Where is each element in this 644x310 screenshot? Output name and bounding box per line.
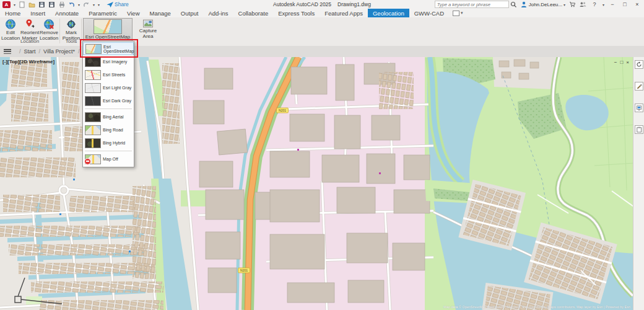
tab-insert[interactable]: Insert	[25, 9, 50, 17]
save-icon[interactable]	[38, 1, 45, 8]
title-bar: A ▾ ▾ ▾ ▾ Share Autodesk AutoCAD 2025Dra…	[0, 0, 644, 9]
maximize-button[interactable]: □	[620, 1, 629, 7]
bing-aerial-thumbnail-icon	[85, 112, 101, 122]
share-button[interactable]: Share	[107, 1, 129, 8]
map-option-esri-openstreetmap[interactable]: Esri OpenStreetMap	[83, 42, 134, 55]
viewport-restore-icon[interactable]: □	[620, 60, 623, 65]
tab-home[interactable]: Home	[0, 9, 25, 17]
tab-manage[interactable]: Manage	[145, 9, 176, 17]
panel-location: Edit Location Reorient Marker Remove Loc…	[1, 17, 58, 45]
display-button[interactable]	[635, 104, 643, 112]
collaborate-people-icon[interactable]	[580, 1, 586, 8]
viewport-minimize-icon[interactable]: −	[614, 60, 617, 65]
open-folder-icon[interactable]	[28, 1, 35, 8]
map-thumbnail-icon	[94, 19, 122, 34]
file-tab-menu-icon[interactable]	[4, 49, 11, 54]
tab-view[interactable]: View	[122, 9, 144, 17]
help-icon[interactable]: ?	[590, 1, 599, 7]
viewport-label[interactable]: [-][Top][2D Wireframe]	[2, 59, 54, 64]
viewport-window-controls: − □ ×	[614, 60, 629, 65]
map-option-esri-dark-gray[interactable]: Esri Dark Gray	[83, 94, 134, 107]
save-as-icon[interactable]	[48, 1, 55, 8]
redo-icon[interactable]	[83, 1, 90, 8]
map-off-thumbnail-icon	[85, 154, 101, 164]
marker-pin-icon	[24, 19, 35, 30]
esri-light-gray-thumbnail-icon	[85, 83, 101, 93]
panel-label-location: Location	[1, 38, 58, 44]
account-menu[interactable]: John.DeLeeu... ▾	[521, 1, 565, 8]
map-type-label: Esri OpenStreetMap	[85, 34, 130, 40]
tab-express-tools[interactable]: Express Tools	[273, 9, 320, 17]
tab-featured-apps[interactable]: Featured Apps	[320, 9, 368, 17]
capture-area-button[interactable]: Capture Area	[135, 18, 161, 40]
customize-qat-icon[interactable]: ▾	[98, 2, 100, 7]
undo-dropdown-icon[interactable]: ▾	[78, 2, 80, 7]
esri-imagery-thumbnail-icon	[85, 57, 101, 67]
capture-area-icon	[142, 19, 154, 28]
app-store-cart-icon[interactable]	[569, 1, 576, 8]
paper-plane-icon	[107, 1, 113, 8]
close-button[interactable]: ×	[633, 1, 642, 7]
file-tab-villa-project[interactable]: Villa Project*	[43, 48, 75, 55]
plot-icon[interactable]	[58, 1, 65, 8]
search-input[interactable]	[435, 1, 509, 8]
map-option-bing-hybrid[interactable]: Bing Hybrid	[83, 136, 134, 149]
tab-geolocation[interactable]: Geolocation	[368, 9, 409, 17]
map-option-bing-road[interactable]: Bing Road	[83, 123, 134, 136]
road-shield-n201-south: N201	[238, 268, 250, 273]
user-dropdown-icon: ▾	[564, 2, 565, 7]
user-name: John.DeLeeu...	[529, 2, 562, 7]
pencil-icon	[636, 83, 642, 89]
help-dropdown-icon[interactable]: ▾	[603, 2, 604, 7]
autocad-logo-icon[interactable]: A	[2, 1, 11, 8]
map-option-esri-light-gray[interactable]: Esri Light Gray	[83, 81, 134, 94]
menu-separator	[85, 151, 132, 151]
prohibition-icon	[84, 158, 91, 165]
redo-dropdown-icon[interactable]: ▾	[93, 2, 95, 7]
search-icon[interactable]	[510, 1, 517, 8]
esri-dark-gray-thumbnail-icon	[85, 96, 101, 106]
tab-gww-cad[interactable]: GWW-CAD	[409, 9, 449, 17]
share-label: Share	[115, 1, 129, 7]
viewport-close-icon[interactable]: ×	[626, 60, 629, 65]
quick-access-toolbar: A ▾ ▾ ▾ ▾ Share	[0, 1, 129, 8]
sync-button[interactable]	[635, 60, 643, 69]
map-type-dropdown: Esri OpenStreetMap Esri Imagery Esri Str…	[82, 41, 134, 167]
globe-icon	[5, 19, 16, 30]
tab-annotate[interactable]: Annotate	[50, 9, 84, 17]
search-box	[435, 1, 517, 8]
clipboard-button[interactable]	[635, 125, 643, 134]
ribbon-tab-bar: Home Insert Annotate Parametric View Man…	[0, 9, 644, 18]
ribbon-display-toggle[interactable]: ▾	[449, 9, 467, 17]
menu-separator	[85, 108, 132, 109]
logo-dropdown-icon[interactable]: ▾	[14, 2, 15, 7]
clipboard-icon	[636, 126, 642, 133]
edit-button[interactable]	[635, 82, 643, 91]
bing-hybrid-thumbnail-icon	[85, 138, 101, 148]
map-attribution: Map data © OpenStreetMap contributors, M…	[443, 305, 630, 309]
minimize-button[interactable]: −	[608, 1, 617, 7]
globe-remove-icon	[43, 19, 54, 30]
tab-output[interactable]: Output	[176, 9, 204, 17]
tab-parametric[interactable]: Parametric	[84, 9, 122, 17]
map-option-esri-imagery[interactable]: Esri Imagery	[83, 55, 134, 68]
map-option-map-off[interactable]: Map Off	[83, 153, 134, 166]
monitor-icon	[636, 105, 642, 111]
autocad-window: A ▾ ▾ ▾ ▾ Share Autodesk AutoCAD 2025Dra…	[0, 0, 644, 310]
document-name: Drawing1.dwg	[337, 1, 371, 7]
right-toolbar	[633, 57, 644, 310]
esri-openstreetmap-thumbnail-icon	[85, 44, 102, 54]
map-option-bing-aerial[interactable]: Bing Aerial	[83, 110, 134, 123]
file-tab-start[interactable]: Start	[24, 48, 36, 55]
panel-tools: Mark Position Tools	[61, 17, 82, 45]
new-file-icon[interactable]	[19, 1, 25, 8]
esri-streets-thumbnail-icon	[85, 70, 101, 80]
svg-text:N201: N201	[240, 268, 248, 272]
tab-collaborate[interactable]: Collaborate	[233, 9, 274, 17]
mark-position-icon	[66, 19, 77, 30]
panel-label-tools: Tools	[61, 38, 82, 44]
user-icon	[521, 1, 528, 8]
undo-icon[interactable]	[68, 1, 75, 8]
map-option-esri-streets[interactable]: Esri Streets	[83, 68, 134, 81]
tab-add-ins[interactable]: Add-ins	[203, 9, 233, 17]
